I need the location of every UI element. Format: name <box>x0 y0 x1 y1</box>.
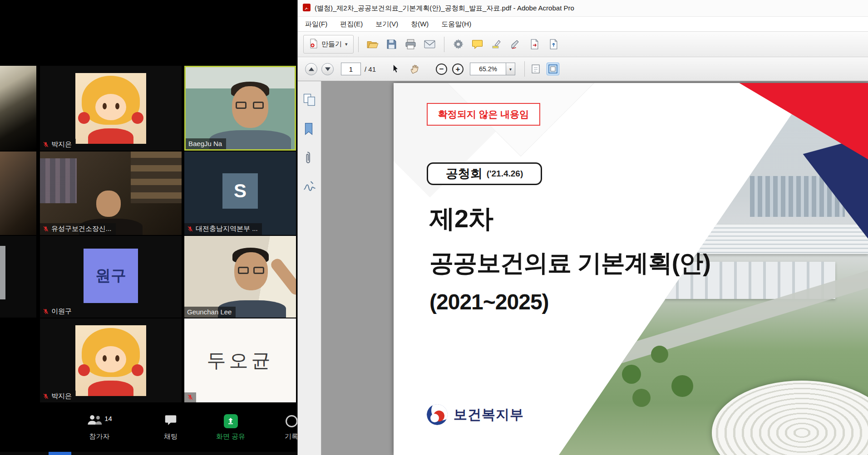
menu-edit[interactable]: 편집(E) <box>334 17 369 31</box>
comment-button[interactable] <box>468 35 487 54</box>
signature-icon <box>303 180 316 192</box>
menu-help[interactable]: 도움말(H) <box>435 17 478 31</box>
zoom-window: 박지은 BaegJu Na <box>0 0 297 455</box>
hearing-badge-date: ('21.4.26) <box>487 169 523 179</box>
mic-muted-icon <box>187 226 193 232</box>
ministry-name: 보건복지부 <box>454 406 524 424</box>
pdf-file-icon <box>303 4 311 13</box>
mic-muted-icon <box>43 226 49 232</box>
chat-label: 채팅 <box>164 432 178 441</box>
video-tile-parkjieun-1[interactable]: 박지은 <box>40 66 182 151</box>
ministry-logo-icon <box>427 404 448 425</box>
participants-label: 참가자 <box>89 432 110 441</box>
print-icon <box>405 39 416 49</box>
signatures-button[interactable] <box>303 180 316 194</box>
participant-name-tag: 대전충남지역본부 ... <box>184 223 262 235</box>
mic-muted-icon <box>43 393 49 400</box>
zoom-out-button[interactable]: − <box>436 64 447 75</box>
video-tile-yuseong[interactable]: 유성구보건소장신... <box>40 152 182 235</box>
video-tile-baegju-na[interactable]: BaegJu Na <box>184 66 296 151</box>
participant-name: 유성구보건소장신... <box>51 225 112 233</box>
video-tile-daejeon[interactable]: S 대전충남지역본부 ... <box>184 152 296 235</box>
taskbar-sliver <box>0 452 297 455</box>
export-pdf-button[interactable] <box>525 35 544 54</box>
record-button[interactable]: 기록 <box>263 414 297 441</box>
previous-page-button[interactable] <box>305 63 317 75</box>
select-cursor-icon <box>392 64 399 74</box>
open-button[interactable] <box>363 35 382 54</box>
actual-size-icon <box>531 64 541 74</box>
zoom-toolbar: 14 참가자 채팅 <box>0 407 297 452</box>
page-number-input[interactable] <box>341 63 361 75</box>
zoom-level-value[interactable]: 65.2% <box>470 63 506 75</box>
screen-share-button[interactable]: 화면 공유 <box>202 414 259 441</box>
down-arrow-icon <box>325 67 330 71</box>
video-feed <box>0 66 36 151</box>
page-thumbnails-button[interactable] <box>303 93 316 107</box>
mic-muted-icon <box>43 142 49 148</box>
document-canvas[interactable]: 확정되지 않은 내용임 공청회 ('21.4.26) 제2차 공공보건의료 기본… <box>321 81 868 455</box>
participant-name-tag: 이원구 <box>40 306 76 318</box>
chat-button[interactable]: 채팅 <box>143 414 199 441</box>
toolbar-separator <box>358 37 359 52</box>
create-pdf-icon <box>309 39 318 50</box>
video-tile-leewongu[interactable]: 원구 이원구 <box>40 236 182 318</box>
email-icon <box>424 40 435 49</box>
video-tile-partial-3[interactable] <box>0 236 36 318</box>
attachments-button[interactable] <box>303 151 316 165</box>
screen-share-label: 화면 공유 <box>216 432 245 441</box>
plus-icon: + <box>456 65 460 73</box>
up-arrow-icon <box>309 67 314 71</box>
fit-window-button[interactable] <box>547 63 559 75</box>
sign-button[interactable] <box>506 35 525 54</box>
create-button[interactable]: 만들기 ▾ <box>303 35 354 54</box>
participants-count: 14 <box>104 415 112 422</box>
record-icon <box>286 415 298 427</box>
next-page-button[interactable] <box>321 63 334 75</box>
fit-window-icon <box>548 64 558 74</box>
video-feed <box>184 236 296 318</box>
actual-size-button[interactable] <box>529 63 542 75</box>
video-tile-duogyun[interactable]: 두오균 <box>184 318 296 402</box>
slide-heading-3: (2021~2025) <box>429 289 549 314</box>
page-total-label: / 41 <box>365 65 376 73</box>
save-button[interactable] <box>382 35 401 54</box>
participant-name-tag <box>184 392 196 402</box>
menu-window[interactable]: 창(W) <box>404 17 435 31</box>
video-tile-parkjieun-2[interactable]: 박지은 <box>40 318 182 402</box>
ministry-branding: 보건복지부 <box>427 404 524 425</box>
chat-icon <box>164 414 177 428</box>
sign-icon <box>510 39 521 49</box>
acrobat-nav-toolbar: / 41 − + 65.2% ▾ <box>298 57 868 81</box>
zoom-in-button[interactable]: + <box>452 64 464 75</box>
print-button[interactable] <box>401 35 420 54</box>
zoom-level-dropdown[interactable]: ▾ <box>506 63 515 75</box>
settings-button[interactable] <box>449 35 468 54</box>
share-button[interactable] <box>544 35 563 54</box>
email-button[interactable] <box>420 35 439 54</box>
menu-file[interactable]: 파일(F) <box>299 17 334 31</box>
participant-name-tag: Geunchan Lee <box>184 307 236 318</box>
participants-button[interactable]: 14 참가자 <box>71 414 128 441</box>
slide-heading-1: 제2차 <box>429 202 493 236</box>
select-tool-button[interactable] <box>386 60 405 78</box>
menu-view[interactable]: 보기(V) <box>369 17 404 31</box>
participant-name: 대전충남지역본부 ... <box>196 225 258 233</box>
participant-name-tag: 유성구보건소장신... <box>40 223 116 235</box>
navigation-pane <box>298 81 321 455</box>
bookmarks-button[interactable] <box>303 122 316 136</box>
toolbar-separator <box>524 61 525 77</box>
minus-icon: − <box>439 65 444 73</box>
hand-tool-button[interactable] <box>405 60 424 78</box>
video-tile-partial-2[interactable] <box>0 152 36 235</box>
highlight-button[interactable] <box>487 35 506 54</box>
create-label: 만들기 <box>321 40 342 49</box>
video-tile-geunchan-lee[interactable]: Geunchan Lee <box>184 236 296 318</box>
acrobat-main-toolbar: 만들기 ▾ <box>298 32 868 57</box>
pdf-page: 확정되지 않은 내용임 공청회 ('21.4.26) 제2차 공공보건의료 기본… <box>394 83 868 455</box>
participant-name: 박지은 <box>51 392 72 401</box>
participant-name: 박지은 <box>51 140 72 149</box>
participant-name-tag: 박지은 <box>40 391 76 402</box>
video-tile-partial-1[interactable] <box>0 66 36 151</box>
avatar <box>75 325 146 396</box>
